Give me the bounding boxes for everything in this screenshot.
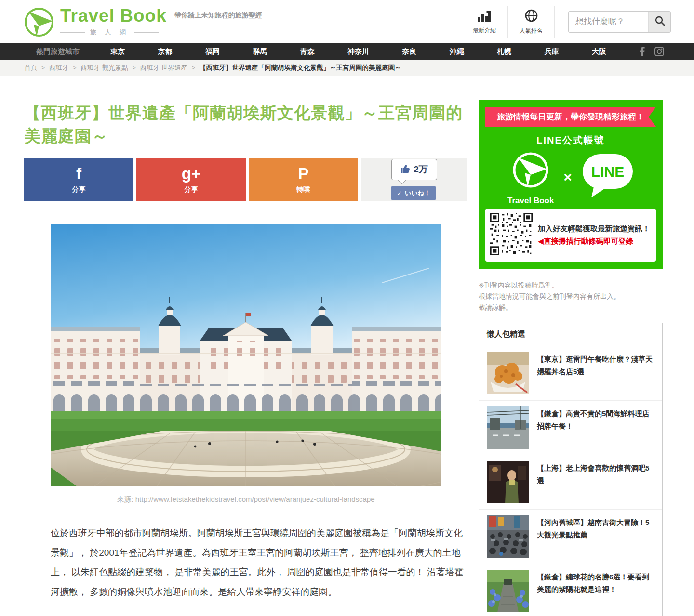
check-icon: ✓ <box>397 190 402 197</box>
nav-city-list: 東京 京都 福岡 群馬 青森 神奈川 奈良 沖繩 札幌 兵庫 大阪 <box>84 47 632 56</box>
article-figure: 來源: http://www.letstakethekidstravel.com… <box>51 224 441 504</box>
nav-city-sapporo[interactable]: 札幌 <box>497 47 511 56</box>
line-promo-heading: LINE公式帳號 <box>485 134 656 147</box>
list-item-title: 【河內舊城區】越南古街大冒險！5大觀光景點推薦 <box>537 515 654 558</box>
like-area: 2万 ✓ いいね！ <box>361 158 467 201</box>
nav-city-gunma[interactable]: 群馬 <box>253 47 267 56</box>
article-photo <box>51 224 441 486</box>
thumbs-up-icon <box>400 164 410 176</box>
breadcrumb-separator: > <box>192 65 195 71</box>
article-body: 位於西班牙中部的都市阿蘭胡埃斯。阿蘭胡埃斯王宮與環繞周圍的美麗庭園被稱為是「阿蘭… <box>51 524 471 602</box>
nav-city-aomori[interactable]: 青森 <box>300 47 315 56</box>
main-nav: 熱門旅遊城市 東京 京都 福岡 群馬 青森 神奈川 奈良 沖繩 札幌 兵庫 大阪 <box>0 43 694 60</box>
thumbnail-hanoi-street <box>487 515 529 558</box>
list-item-title: 【鎌倉】繡球花的名勝6選！要看到美麗的紫陽花就是這裡！ <box>537 570 654 612</box>
line-qr-card: 加入好友輕鬆獲取最新旅遊資訊！ ◀直接掃描行動條碼即可登錄 <box>485 209 656 262</box>
instagram-icon[interactable] <box>654 47 664 56</box>
thumbnail-kamakura-street <box>487 406 529 449</box>
source-url: http://www.letstakethekidstravel.com/pos… <box>135 495 375 503</box>
like-button[interactable]: ✓ いいね！ <box>391 186 436 200</box>
line-logo-icon: LINE <box>580 151 636 203</box>
list-item-title: 【上海】老上海會喜歡的懷舊酒吧5選 <box>537 461 654 503</box>
site-logo[interactable]: Travel Book 旅 人 網 <box>22 3 167 40</box>
plurk-icon: P <box>298 166 308 182</box>
search-button[interactable] <box>648 12 670 32</box>
breadcrumb: 首頁 > 西班牙 > 西班牙 觀光景點 > 西班牙 世界遺產 > 【西班牙】世界… <box>0 60 694 76</box>
line-promo-banner[interactable]: 旅游情報每日更新，帶你發現精彩旅程！ LINE公式帳號 <box>479 100 663 269</box>
qr-code-image <box>490 213 533 257</box>
qr-caption-line2: ◀直接掃描行動條碼即可登錄 <box>538 235 650 248</box>
travelbook-logo-icon <box>506 186 556 195</box>
nav-hot-cities[interactable]: 熱門旅遊城市 <box>0 47 84 56</box>
list-item[interactable]: 【河內舊城區】越南古街大冒險！5大觀光景點推薦 <box>479 509 662 564</box>
facebook-share-button[interactable]: f 分享 <box>24 158 133 201</box>
nav-city-osaka[interactable]: 大阪 <box>592 47 606 56</box>
nav-city-kanagawa[interactable]: 神奈川 <box>347 47 369 56</box>
featured-articles-title: 懶人包精選 <box>479 323 662 346</box>
facebook-icon: f <box>76 166 81 182</box>
source-label: 來源: <box>117 495 133 503</box>
nav-city-hyogo[interactable]: 兵庫 <box>544 47 559 56</box>
breadcrumb-separator: > <box>41 65 45 71</box>
googleplus-share-button[interactable]: g+ 分享 <box>136 158 246 201</box>
page-title: 【西班牙】世界遺產「阿蘭胡埃斯文化景觀」～王宮周圍的美麗庭園～ <box>24 101 467 147</box>
like-count-bubble: 2万 <box>391 159 437 180</box>
thumbnail-tempura-bowl <box>487 352 529 394</box>
breadcrumb-spain-heritage[interactable]: 西班牙 世界遺產 <box>140 64 187 72</box>
facebook-icon[interactable] <box>639 47 645 56</box>
list-item-title: 【東京】逛雷門午餐吃什麼？淺草天婦羅丼名店5選 <box>537 352 654 394</box>
list-item-title: 【鎌倉】高貴不貴的5間海鮮料理店招牌午餐！ <box>537 406 654 449</box>
thumbnail-shanghai-bar <box>487 461 529 503</box>
site-tagline: 帶你踏上未知旅程的旅游聖經 <box>174 11 262 20</box>
breadcrumb-current: 【西班牙】世界遺產「阿蘭胡埃斯文化景觀」～王宮周圍的美麗庭園～ <box>200 64 401 72</box>
disclaimer-note: ※刊登内容以投稿時爲準。 根據當地情況可能會與之前刊登内容有所出入。 敬請諒解。 <box>479 280 663 313</box>
nav-city-okinawa[interactable]: 沖繩 <box>450 47 464 56</box>
sidebar: 旅游情報每日更新，帶你發現精彩旅程！ LINE公式帳號 <box>479 100 663 616</box>
line-promo-logos: Travel Book × LINE <box>485 148 656 207</box>
nav-city-tokyo[interactable]: 東京 <box>110 47 125 56</box>
search-box <box>568 11 671 33</box>
popularity-ranking-label: 人氣排名 <box>520 27 543 35</box>
qr-caption-line1: 加入好友輕鬆獲取最新旅遊資訊！ <box>538 223 650 235</box>
featured-articles-box: 懶人包精選 【東京】逛雷門午餐吃什麼？淺草天婦羅丼名店5選 <box>479 323 663 616</box>
like-count: 2万 <box>414 163 428 176</box>
svg-text:LINE: LINE <box>591 164 624 180</box>
share-row: f 分享 g+ 分享 P 轉噗 <box>24 158 467 201</box>
list-item[interactable]: 【鎌倉】高貴不貴的5間海鮮料理店招牌午餐！ <box>479 400 662 455</box>
list-item[interactable]: 【東京】逛雷門午餐吃什麼？淺草天婦羅丼名店5選 <box>479 346 662 400</box>
breadcrumb-separator: > <box>133 65 136 71</box>
logo-subtitle: 旅 人 網 <box>60 28 167 37</box>
globe-icon <box>524 9 538 25</box>
multiply-sign: × <box>563 169 572 185</box>
header-actions: 最新介紹 人氣排名 <box>461 6 671 38</box>
googleplus-icon: g+ <box>182 166 200 182</box>
nav-city-kyoto[interactable]: 京都 <box>158 47 173 56</box>
list-item[interactable]: 【鎌倉】繡球花的名勝6選！要看到美麗的紫陽花就是這裡！ <box>479 564 662 616</box>
line-promo-ribbon: 旅游情報每日更新，帶你發現精彩旅程！ <box>485 107 656 127</box>
search-icon <box>654 15 665 28</box>
plurk-share-button[interactable]: P 轉噗 <box>249 158 358 201</box>
breadcrumb-separator: > <box>73 65 77 71</box>
main-column: 【西班牙】世界遺產「阿蘭胡埃斯文化景觀」～王宮周圍的美麗庭園～ f 分享 g+ … <box>24 101 467 616</box>
breadcrumb-home[interactable]: 首頁 <box>24 64 37 72</box>
nav-social <box>632 47 694 56</box>
logo-title: Travel Book <box>60 7 167 25</box>
paper-plane-logo-icon <box>22 3 55 40</box>
content: 【西班牙】世界遺產「阿蘭胡埃斯文化景觀」～王宮周圍的美麗庭園～ f 分享 g+ … <box>0 76 694 616</box>
image-caption: 來源: http://www.letstakethekidstravel.com… <box>51 495 441 504</box>
latest-intro-button[interactable]: 最新介紹 <box>461 6 507 38</box>
search-input[interactable] <box>569 12 648 32</box>
breadcrumb-spain[interactable]: 西班牙 <box>49 64 69 72</box>
thumbnail-hydrangea-path <box>487 570 529 612</box>
latest-intro-label: 最新介紹 <box>473 26 496 35</box>
nav-city-fukuoka[interactable]: 福岡 <box>205 47 220 56</box>
breadcrumb-spain-sights[interactable]: 西班牙 觀光景點 <box>81 64 128 72</box>
popularity-ranking-button[interactable]: 人氣排名 <box>507 6 555 38</box>
bar-chart-icon <box>477 9 492 24</box>
site-header: Travel Book 旅 人 網 帶你踏上未知旅程的旅游聖經 最新 <box>0 0 694 43</box>
page: Travel Book 旅 人 網 帶你踏上未知旅程的旅游聖經 最新 <box>0 0 694 616</box>
nav-city-nara[interactable]: 奈良 <box>402 47 416 56</box>
travelbook-logo-text: Travel Book <box>506 196 556 206</box>
list-item[interactable]: 【上海】老上海會喜歡的懷舊酒吧5選 <box>479 455 662 509</box>
